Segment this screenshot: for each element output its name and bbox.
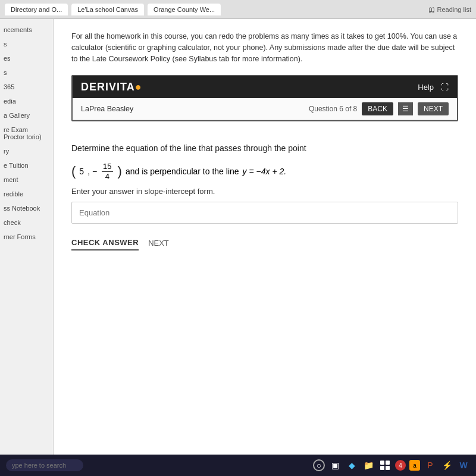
back-button[interactable]: BACK <box>362 102 393 115</box>
denominator: 4 <box>104 172 111 181</box>
sidebar: ncements s es s 365 edia a Gallery re Ex… <box>0 19 54 455</box>
sidebar-item-redible[interactable]: redible <box>4 189 49 199</box>
search-taskbar-icon[interactable]: ○ <box>313 459 325 471</box>
sidebar-item-ncements[interactable]: ncements <box>4 25 49 35</box>
next-question-button[interactable]: NEXT <box>148 239 169 248</box>
browser-bar: Directory and O... Le'La school Canvas O… <box>0 0 476 19</box>
reading-list-icon: 🕮 <box>428 6 435 13</box>
menu-button[interactable]: ☰ <box>398 102 413 115</box>
derivita-nav: LaPrea Beasley Question 6 of 8 BACK ☰ NE… <box>73 98 457 120</box>
sidebar-item-s2[interactable]: s <box>4 68 49 77</box>
equation-input[interactable] <box>71 202 458 224</box>
sidebar-item-forms[interactable]: rner Forms <box>4 232 49 242</box>
sidebar-item-es[interactable]: es <box>4 54 49 63</box>
word-icon[interactable]: W <box>457 459 470 472</box>
equation-display: y = −4x + 2. <box>243 167 287 176</box>
sidebar-item-tuition[interactable]: e Tuition <box>4 161 49 170</box>
sidebar-item-edia[interactable]: edia <box>4 96 49 106</box>
derivita-header-right: Help ⛶ <box>418 83 449 92</box>
open-paren: ( <box>71 165 76 178</box>
question-counter: Question 6 of 8 <box>309 105 357 113</box>
windows-icon[interactable] <box>378 459 392 472</box>
derivita-user: LaPrea Beasley <box>81 105 133 113</box>
math-expression: ( 5 , − 15 4 ) and is perpendicular to t… <box>71 162 458 181</box>
next-button[interactable]: NEXT <box>418 102 449 115</box>
badge-4-icon[interactable]: 4 <box>395 460 406 471</box>
fraction: 15 4 <box>102 162 112 181</box>
reading-list[interactable]: 🕮 Reading list <box>428 6 471 13</box>
sidebar-item-notebook[interactable]: ss Notebook <box>4 203 49 213</box>
amazon-icon[interactable]: a <box>409 460 420 471</box>
perpendicular-text: and is perpendicular to the line <box>126 167 239 176</box>
derivita-logo-icon: ● <box>135 81 142 93</box>
sidebar-item-ment[interactable]: ment <box>4 175 49 184</box>
task-view-icon[interactable]: ▣ <box>328 459 342 472</box>
check-answer-button[interactable]: CHECK ANSWER <box>71 236 139 250</box>
taskbar-icons: ○ ▣ ◆ 📁 4 a P ⚡ W <box>313 459 470 472</box>
derivita-nav-right: Question 6 of 8 BACK ☰ NEXT <box>309 102 449 115</box>
action-buttons: CHECK ANSWER NEXT <box>71 236 458 250</box>
derivita-help-link[interactable]: Help <box>418 83 434 92</box>
browser-tab-3[interactable]: Orange County We... <box>148 4 221 15</box>
policy-text: For all the homework in this course, you… <box>71 31 458 64</box>
fullscreen-icon[interactable]: ⛶ <box>441 83 449 92</box>
explorer-icon[interactable]: 📁 <box>362 459 375 472</box>
sidebar-item-s[interactable]: s <box>4 39 49 49</box>
sidebar-item-exam[interactable]: re Exam Proctor torio) <box>4 125 49 142</box>
taskbar-search[interactable] <box>6 459 83 471</box>
derivita-widget: DERIVITA● Help ⛶ LaPrea Beasley Question… <box>71 75 458 121</box>
main-layout: ncements s es s 365 edia a Gallery re Ex… <box>0 19 476 455</box>
content-area: For all the homework in this course, you… <box>54 19 476 455</box>
lightning-icon[interactable]: ⚡ <box>440 459 453 472</box>
sidebar-item-gallery[interactable]: a Gallery <box>4 111 49 120</box>
sidebar-item-check[interactable]: check <box>4 218 49 227</box>
comma: , − <box>87 167 97 176</box>
numerator: 15 <box>102 162 112 172</box>
browser-tab-2[interactable]: Le'La school Canvas <box>71 4 144 15</box>
question-area: Determine the equation of the line that … <box>71 133 458 250</box>
sidebar-item-ry[interactable]: ry <box>4 146 49 156</box>
derivita-logo: DERIVITA● <box>81 81 142 93</box>
edge-icon[interactable]: ◆ <box>345 459 358 472</box>
browser-tab-1[interactable]: Directory and O... <box>5 4 68 15</box>
instruction-text: Enter your answer in slope-intercept for… <box>71 187 458 196</box>
point-x: 5 <box>79 167 84 176</box>
question-line1: Determine the equation of the line that … <box>71 142 458 156</box>
powerpoint-icon[interactable]: P <box>424 459 437 472</box>
taskbar: ○ ▣ ◆ 📁 4 a P ⚡ W <box>0 455 476 476</box>
close-paren: ) <box>118 165 122 178</box>
sidebar-item-365[interactable]: 365 <box>4 82 49 92</box>
derivita-header: DERIVITA● Help ⛶ <box>73 76 457 98</box>
